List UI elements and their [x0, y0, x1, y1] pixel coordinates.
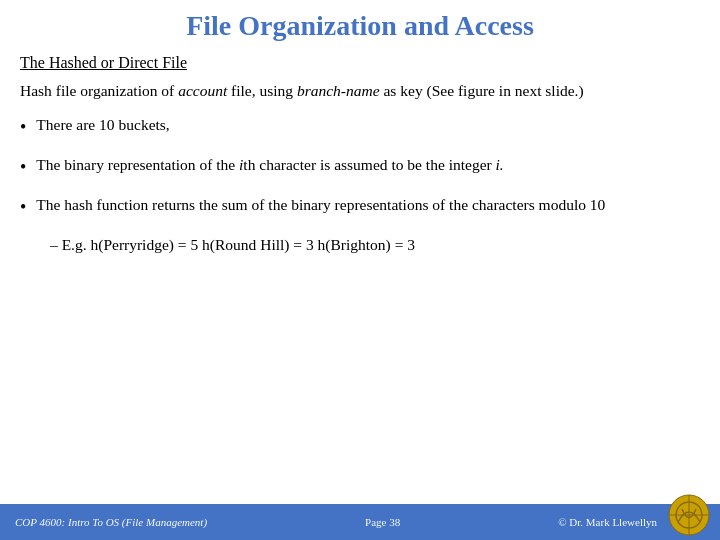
footer-logo [668, 494, 710, 536]
bullet-dot-3: • [20, 195, 26, 220]
bullet-list: • There are 10 buckets, • The binary rep… [20, 114, 700, 221]
section-heading: The Hashed or Direct File [20, 54, 700, 72]
bullet-text-3: The hash function returns the sum of the… [36, 194, 700, 216]
bullet-dot-2: • [20, 155, 26, 180]
bullet-item-2: • The binary representation of the ith c… [20, 154, 700, 180]
main-content: File Organization and Access The Hashed … [0, 0, 720, 504]
bullet-dot-1: • [20, 115, 26, 140]
slide-title: File Organization and Access [20, 10, 700, 42]
italic-i-2: i. [496, 156, 504, 173]
footer-left: COP 4600: Intro To OS (File Management) [15, 516, 207, 528]
intro-paragraph: Hash file organization of account file, … [20, 80, 700, 102]
intro-italic-branch: branch-name [297, 82, 380, 99]
footer-right: © Dr. Mark Llewellyn [558, 516, 657, 528]
sub-bullet: – E.g. h(Perryridge) = 5 h(Round Hill) =… [50, 234, 700, 256]
bullet-item-1: • There are 10 buckets, [20, 114, 700, 140]
intro-text-part1: Hash file organization of [20, 82, 178, 99]
bullet-text-2: The binary representation of the ith cha… [36, 154, 700, 176]
slide-container: File Organization and Access The Hashed … [0, 0, 720, 540]
intro-text-part3: as key (See figure in next slide.) [380, 82, 584, 99]
intro-italic-account: account [178, 82, 227, 99]
footer: COP 4600: Intro To OS (File Management) … [0, 504, 720, 540]
bullet-text-1: There are 10 buckets, [36, 114, 700, 136]
italic-i-1: i [239, 156, 243, 173]
bullet-item-3: • The hash function returns the sum of t… [20, 194, 700, 220]
intro-text-part2: file, using [227, 82, 297, 99]
footer-center: Page 38 [365, 516, 400, 528]
